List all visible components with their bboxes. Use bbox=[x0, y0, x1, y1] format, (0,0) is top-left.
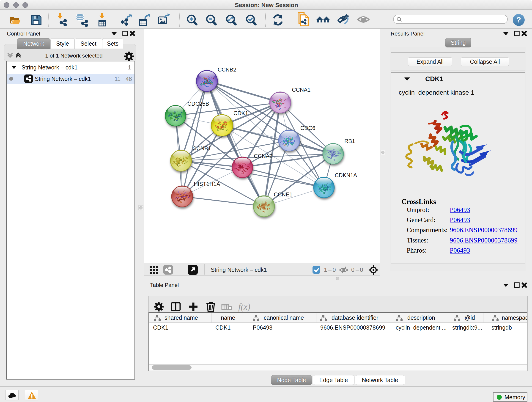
svg-text:CCNE1: CCNE1 bbox=[274, 191, 292, 198]
svg-text:CDC6: CDC6 bbox=[300, 125, 315, 131]
svg-text:CDK1: CDK1 bbox=[234, 110, 248, 116]
svg-text:CCNA2: CCNA2 bbox=[254, 153, 272, 159]
svg-text:CDC25B: CDC25B bbox=[187, 101, 209, 107]
svg-text:CCNB1: CCNB1 bbox=[192, 145, 211, 152]
svg-text:HIST1H1A: HIST1H1A bbox=[194, 181, 220, 187]
svg-text:CDKN1A: CDKN1A bbox=[335, 172, 357, 178]
svg-text:CCNB2: CCNB2 bbox=[218, 66, 236, 73]
svg-text:CCNA1: CCNA1 bbox=[292, 87, 310, 93]
svg-text:RB1: RB1 bbox=[344, 138, 355, 144]
